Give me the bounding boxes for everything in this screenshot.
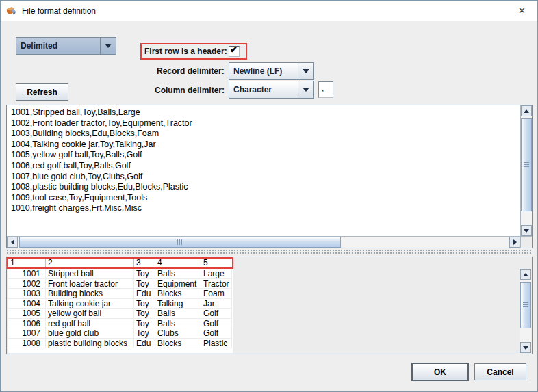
- vertical-scrollbar-thumb[interactable]: [521, 118, 532, 211]
- table-cell: Blocks: [155, 289, 201, 299]
- format-type-value: Delimited: [16, 38, 100, 54]
- column-header[interactable]: 5: [201, 259, 232, 267]
- preview-table-pane: 12345 1001Stripped ballToyBallsLarge1002…: [6, 257, 533, 354]
- table-cell: Edu: [134, 289, 155, 299]
- table-cell: Talking cookie jar: [46, 299, 134, 309]
- table-cell: Balls: [155, 309, 201, 319]
- table-row[interactable]: 1002Front loader tractorToyEquipmentTrac…: [8, 279, 233, 289]
- raw-text[interactable]: 1001,Stripped ball,Toy,Balls,Large 1002,…: [8, 106, 520, 235]
- window-title: File format definition: [22, 6, 96, 16]
- table-cell: 1001: [8, 269, 46, 279]
- column-header[interactable]: 1: [8, 259, 46, 267]
- cancel-button[interactable]: Cancel: [474, 363, 526, 380]
- table-row[interactable]: 1007blue gold clubToyClubsGolf: [8, 328, 233, 339]
- table-row[interactable]: 1006red golf ballToyBallsGolf: [8, 319, 233, 329]
- file-format-definition-dialog: File format definition ✕ Delimited First…: [0, 0, 538, 392]
- scroll-right-button[interactable]: [509, 237, 520, 248]
- ok-button[interactable]: OK: [411, 363, 469, 381]
- table-cell: Foam: [201, 289, 232, 299]
- column-header[interactable]: 4: [155, 259, 201, 267]
- preview-table-header: 12345: [8, 259, 232, 267]
- table-cell: Toy: [134, 299, 155, 309]
- thumb-grip: [524, 162, 529, 168]
- thumb-grip: [177, 239, 183, 245]
- table-cell: blue gold club: [46, 328, 134, 339]
- preview-table-body[interactable]: 1001Stripped ballToyBallsLarge1002Front …: [8, 269, 233, 353]
- arrow-up-icon: [524, 109, 529, 113]
- record-delimiter-label: Record delimiter:: [157, 66, 225, 76]
- record-delimiter-dropdown-button[interactable]: [298, 63, 313, 79]
- table-cell: Golf: [201, 309, 232, 319]
- column-delimiter-label: Column delimiter:: [155, 86, 225, 95]
- table-cell: Clubs: [155, 328, 201, 339]
- table-cell: Large: [201, 269, 232, 279]
- close-icon[interactable]: ✕: [507, 1, 537, 21]
- horizontal-scrollbar-thumb[interactable]: [19, 237, 341, 248]
- delimiter-character-field[interactable]: ,: [318, 81, 333, 98]
- ok-button-label: OK: [434, 367, 446, 377]
- table-cell: Blocks: [155, 339, 201, 349]
- chevron-down-icon: [105, 44, 112, 48]
- format-type-combobox[interactable]: Delimited: [16, 37, 116, 55]
- table-cell: 1005: [8, 309, 46, 319]
- arrow-up-icon: [523, 273, 528, 276]
- vertical-scrollbar-thumb[interactable]: [520, 282, 531, 328]
- first-row-header-checkbox[interactable]: ✔: [229, 46, 240, 57]
- cancel-button-label: Cancel: [487, 367, 513, 377]
- table-header-highlight: 12345: [7, 257, 233, 269]
- raw-preview-horizontal-scrollbar[interactable]: [7, 236, 520, 248]
- column-delimiter-combobox[interactable]: Character: [229, 81, 314, 99]
- table-vertical-scrollbar[interactable]: [520, 269, 531, 353]
- arrow-down-icon: [523, 346, 528, 350]
- split-divider[interactable]: [6, 249, 533, 254]
- table-cell: Building blocks: [46, 289, 134, 299]
- table-cell: Edu: [134, 339, 155, 349]
- refresh-button-label: Refresh: [27, 88, 57, 97]
- table-cell: 1007: [8, 328, 46, 339]
- table-cell: 1002: [8, 279, 46, 289]
- table-cell: Toy: [134, 319, 155, 329]
- record-delimiter-value: Newline (LF): [229, 63, 298, 79]
- table-cell: 1004: [8, 299, 46, 309]
- table-cell: Toy: [134, 328, 155, 339]
- chevron-down-icon: [303, 88, 309, 92]
- table-row[interactable]: 1005yellow golf ballToyBallsGolf: [8, 309, 233, 319]
- table-row[interactable]: 1008plastic building blocksEduBlocksPlas…: [8, 339, 233, 349]
- column-delimiter-dropdown-button[interactable]: [298, 81, 313, 98]
- scroll-left-button[interactable]: [7, 237, 18, 248]
- table-cell: Toy: [134, 309, 155, 319]
- table-row[interactable]: 1003Building blocksEduBlocksFoam: [8, 289, 233, 299]
- arrow-left-icon: [11, 239, 14, 245]
- title-bar[interactable]: File format definition ✕: [1, 1, 537, 21]
- table-row[interactable]: 1004Talking cookie jarToyTalkingJar: [8, 299, 233, 309]
- raw-preview-vertical-scrollbar[interactable]: [520, 105, 532, 236]
- table-cell: Plastic: [201, 339, 232, 349]
- table-row[interactable]: 1001Stripped ballToyBallsLarge: [8, 269, 233, 279]
- column-delimiter-value: Character: [229, 81, 298, 98]
- scroll-down-button[interactable]: [521, 225, 532, 236]
- first-row-header-label: First row is a header:: [144, 47, 227, 56]
- arrow-right-icon: [513, 239, 517, 245]
- raw-preview-pane: 1001,Stripped ball,Toy,Balls,Large 1002,…: [6, 105, 533, 248]
- table-cell: Tractor: [201, 279, 232, 289]
- table-cell: Toy: [134, 269, 155, 279]
- record-delimiter-combobox[interactable]: Newline (LF): [229, 62, 314, 80]
- table-cell: yellow golf ball: [46, 309, 134, 319]
- format-type-dropdown-button[interactable]: [100, 38, 116, 54]
- refresh-button[interactable]: Refresh: [16, 83, 68, 101]
- arrow-down-icon: [524, 229, 529, 233]
- table-cell: Golf: [201, 328, 232, 339]
- table-cell: 1008: [8, 339, 46, 349]
- scroll-up-button[interactable]: [521, 105, 532, 116]
- column-header[interactable]: 2: [46, 259, 134, 267]
- table-cell: Front loader tractor: [46, 279, 134, 289]
- scrollbar-corner: [520, 236, 532, 248]
- column-header[interactable]: 3: [134, 259, 155, 267]
- scroll-down-button[interactable]: [520, 342, 531, 353]
- scroll-up-button[interactable]: [520, 269, 531, 280]
- table-cell: plastic building blocks: [46, 339, 134, 349]
- table-cell: Balls: [155, 319, 201, 329]
- table-cell: Toy: [134, 279, 155, 289]
- table-cell: 1006: [8, 319, 46, 329]
- table-cell: Equipment: [155, 279, 201, 289]
